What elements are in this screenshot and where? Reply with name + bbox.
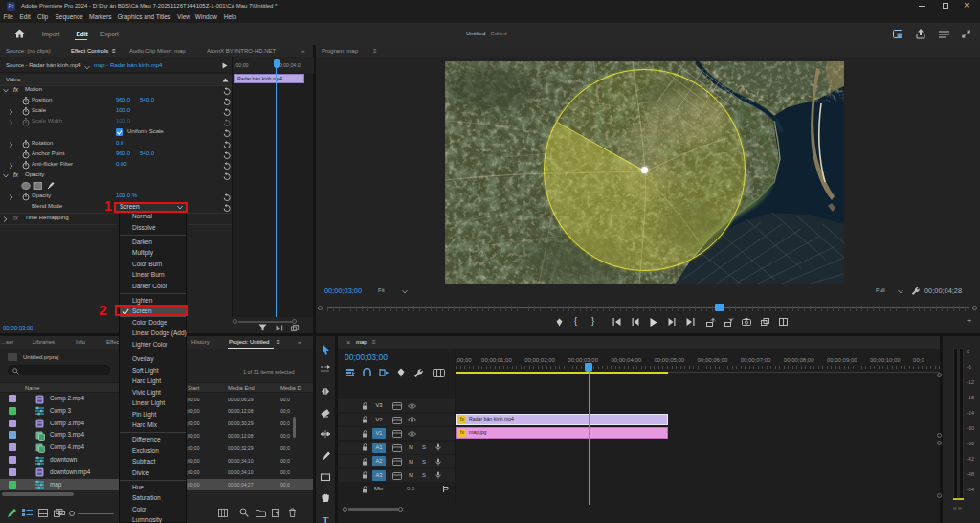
svg-text:T: T xyxy=(323,514,329,523)
